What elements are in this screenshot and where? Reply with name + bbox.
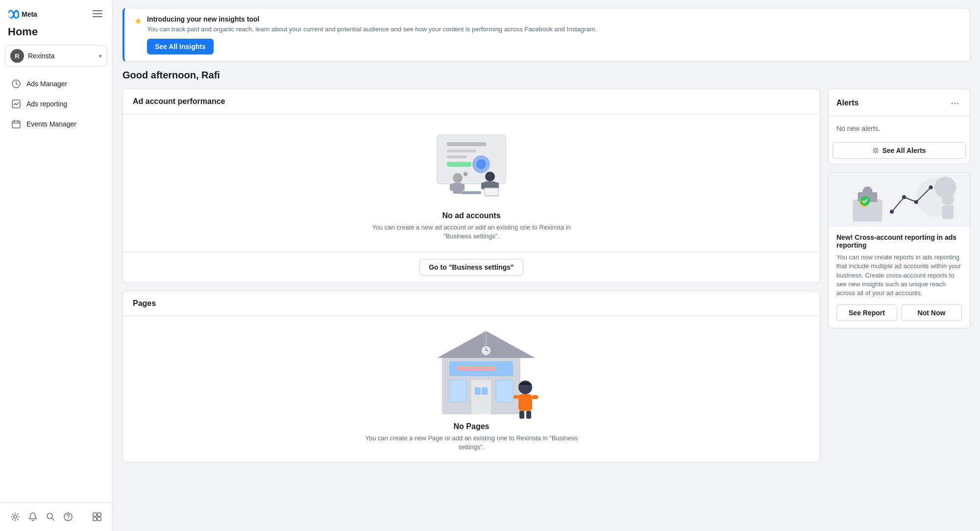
alerts-title: Alerts: [836, 99, 858, 107]
star-icon: ★: [134, 16, 142, 26]
no-pages-desc: You can create a new Page or add an exis…: [364, 434, 579, 452]
svg-point-60: [863, 186, 873, 196]
sidebar: Meta Home R Rexinsta ▾ Ads Mana: [0, 0, 113, 531]
svg-rect-51: [532, 395, 538, 399]
see-all-insights-button[interactable]: See All Insights: [147, 39, 214, 54]
svg-point-34: [464, 172, 467, 176]
svg-rect-17: [447, 150, 476, 152]
hamburger-button[interactable]: [91, 7, 104, 21]
sidebar-item-label: Ads Manager: [26, 80, 67, 88]
svg-text:Meta: Meta: [22, 10, 37, 18]
pages-illustration: [422, 326, 520, 414]
svg-rect-19: [447, 162, 471, 167]
svg-point-10: [68, 519, 69, 520]
avatar: R: [10, 49, 24, 63]
main-panel: Ad account performance: [122, 89, 820, 462]
svg-rect-1: [93, 10, 102, 11]
svg-rect-31: [485, 189, 498, 195]
not-now-button[interactable]: Not Now: [901, 304, 962, 321]
pages-card-title: Pages: [133, 299, 810, 308]
business-settings-button[interactable]: Go to "Business settings": [419, 259, 523, 276]
no-ad-accounts-desc: You can create a new ad account or add a…: [364, 223, 579, 241]
greeting-text: Good afternoon, Rafi: [122, 70, 970, 81]
no-alerts-text: No new alerts.: [829, 117, 970, 140]
banner-description: You can track paid and organic reach, le…: [147, 25, 960, 34]
insights-banner: ★ Introducing your new insights tool You…: [122, 8, 970, 62]
ads-manager-icon: [11, 78, 22, 89]
alerts-card: Alerts ··· No new alerts. See All Alerts: [828, 89, 970, 164]
alerts-more-button[interactable]: ···: [948, 96, 962, 109]
sidebar-footer: [0, 502, 112, 531]
notifications-button[interactable]: [24, 508, 41, 525]
sidebar-header: Meta: [0, 0, 112, 24]
svg-point-26: [485, 172, 495, 181]
pages-card-header: Pages: [123, 291, 820, 316]
svg-point-65: [914, 200, 918, 204]
cross-card-body: New! Cross-account reporting in ads repo…: [829, 227, 970, 328]
svg-rect-24: [450, 184, 454, 191]
svg-rect-44: [482, 387, 488, 395]
chevron-down-icon: ▾: [99, 53, 102, 59]
cross-account-card: ★ New: [828, 172, 970, 329]
cross-account-title: New! Cross-account reporting in ads repo…: [836, 233, 962, 249]
svg-point-67: [942, 194, 954, 205]
sidebar-item-ads-reporting[interactable]: Ads reporting: [4, 94, 108, 114]
svg-point-63: [890, 210, 894, 214]
cross-account-actions: See Report Not Now: [836, 304, 962, 321]
settings-button[interactable]: [7, 508, 24, 525]
svg-rect-3: [93, 16, 102, 17]
svg-rect-11: [93, 513, 97, 516]
see-report-button[interactable]: See Report: [836, 304, 897, 321]
svg-rect-40: [449, 380, 466, 402]
no-pages-title: No Pages: [454, 422, 490, 431]
help-button[interactable]: [60, 508, 76, 525]
sidebar-item-label: Events Manager: [26, 120, 76, 128]
svg-point-22: [453, 173, 463, 183]
pages-card-body: No Pages You can create a new Page or ad…: [123, 316, 820, 461]
card-body: No ad accounts You can create a new ad a…: [123, 114, 820, 252]
banner-content: Introducing your new insights tool You c…: [147, 15, 960, 54]
svg-point-55: [874, 149, 877, 152]
nav-menu: Ads Manager Ads reporting Events Manager: [0, 72, 112, 502]
svg-point-64: [902, 195, 906, 199]
card-footer: Go to "Business settings": [123, 252, 820, 282]
sidebar-item-label: Ads reporting: [26, 100, 67, 108]
account-name: Rexinsta: [28, 52, 95, 60]
svg-rect-39: [457, 366, 496, 370]
svg-rect-49: [518, 394, 532, 411]
card-header: Ad account performance: [123, 89, 820, 114]
svg-point-66: [929, 185, 933, 189]
no-ad-accounts-title: No ad accounts: [442, 211, 500, 220]
right-panel: Alerts ··· No new alerts. See All Alerts: [828, 89, 970, 329]
svg-rect-32: [462, 191, 481, 194]
svg-rect-68: [942, 205, 954, 219]
svg-rect-13: [93, 517, 97, 521]
svg-rect-42: [496, 380, 513, 402]
svg-point-21: [476, 159, 486, 169]
svg-rect-43: [475, 387, 481, 395]
footer-icon-group: [7, 508, 76, 525]
ads-reporting-icon: [11, 99, 22, 109]
pages-card: Pages: [122, 291, 820, 462]
svg-rect-12: [98, 513, 101, 516]
main-content: ★ Introducing your new insights tool You…: [113, 0, 980, 531]
svg-point-8: [47, 513, 52, 519]
svg-rect-14: [98, 517, 101, 521]
search-button[interactable]: [42, 508, 59, 525]
svg-rect-2: [93, 13, 102, 14]
svg-rect-18: [447, 155, 466, 158]
svg-rect-52: [519, 411, 524, 419]
see-all-alerts-button[interactable]: See All Alerts: [833, 142, 966, 159]
events-manager-icon: [11, 119, 22, 129]
card-title: Ad account performance: [133, 97, 810, 106]
svg-rect-53: [526, 411, 531, 419]
svg-rect-41: [471, 380, 491, 414]
sidebar-item-ads-manager[interactable]: Ads Manager: [4, 74, 108, 94]
grid-view-button[interactable]: [89, 508, 105, 525]
cross-account-description: You can now create reports in ads report…: [836, 253, 962, 298]
account-selector[interactable]: R Rexinsta ▾: [5, 45, 107, 67]
meta-logo: Meta: [8, 8, 37, 20]
svg-rect-16: [447, 142, 486, 146]
sidebar-item-events-manager[interactable]: Events Manager: [4, 114, 108, 134]
content-row: Ad account performance: [122, 89, 970, 462]
